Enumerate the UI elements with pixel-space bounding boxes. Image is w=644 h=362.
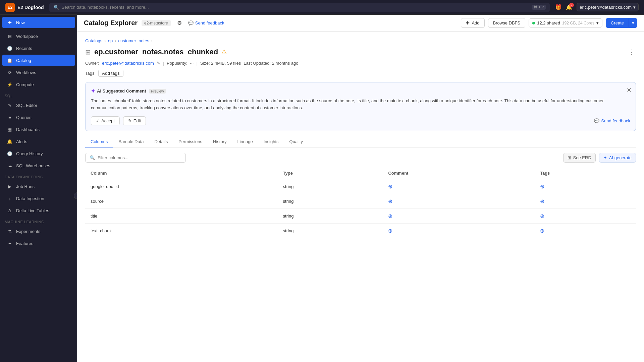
breadcrumb-ep[interactable]: ep (108, 38, 113, 43)
ai-card-close-button[interactable]: ✕ (627, 86, 632, 94)
warning-icon: ⚠ (221, 48, 227, 56)
sidebar-item-workspace[interactable]: ⊟ Workspace (2, 31, 75, 42)
cell-column-name: text_chunk (85, 223, 278, 238)
cell-tags[interactable]: ⊕ (535, 179, 636, 194)
alerts-icon: 🔔 (7, 138, 13, 144)
edit-owner-icon[interactable]: ✎ (157, 61, 160, 66)
new-label: New (16, 20, 25, 25)
data-eng-section-label: Data Engineering (0, 172, 77, 180)
sidebar-item-recents[interactable]: 🕐 Recents (2, 43, 75, 54)
cell-comment[interactable]: ⊕ (383, 194, 534, 208)
cell-comment[interactable]: ⊕ (383, 208, 534, 223)
filter-columns-input[interactable] (98, 155, 181, 160)
accept-button[interactable]: ✓ Accept (91, 116, 120, 125)
sidebar-item-sql-warehouses[interactable]: ☁ SQL Warehouses (2, 160, 75, 171)
global-topbar: E2 E2 Dogfood 🔍 Search data, notebooks, … (0, 0, 644, 15)
add-tag-icon[interactable]: ⊕ (540, 213, 544, 219)
new-icon: ✚ (7, 19, 13, 25)
tab-sample-data[interactable]: Sample Data (113, 136, 149, 147)
add-comment-icon[interactable]: ⊕ (388, 213, 392, 219)
settings-icon[interactable]: ⚙ (175, 18, 184, 28)
page-title: Catalog Explorer (84, 19, 138, 27)
sidebar-item-data-ingestion[interactable]: ↓ Data Ingestion (2, 193, 75, 204)
cell-comment[interactable]: ⊕ (383, 223, 534, 238)
sidebar-item-alerts[interactable]: 🔔 Alerts (2, 136, 75, 147)
cell-comment[interactable]: ⊕ (383, 179, 534, 194)
tab-columns[interactable]: Columns (85, 136, 113, 147)
more-options-icon[interactable]: ⋮ (627, 47, 636, 57)
size-label: Size: 2.4MiB, 59 files (200, 61, 241, 66)
sidebar-item-label: SQL Editor (16, 103, 37, 108)
create-button[interactable]: Create (606, 18, 629, 28)
global-search[interactable]: 🔍 Search data, notebooks, recents, and m… (49, 3, 550, 12)
tab-lineage[interactable]: Lineage (232, 136, 258, 147)
filter-input-area[interactable]: 🔍 (85, 153, 186, 163)
sidebar-item-delta-live-tables[interactable]: Δ Delta Live Tables (2, 205, 75, 216)
add-tag-icon[interactable]: ⊕ (540, 228, 544, 234)
sql-warehouses-icon: ☁ (7, 163, 13, 169)
cluster-chevron: ▾ (596, 20, 599, 25)
data-ingestion-icon: ↓ (7, 195, 13, 201)
create-dropdown-button[interactable]: ▾ (629, 18, 637, 28)
add-comment-icon[interactable]: ⊕ (388, 228, 392, 234)
ai-feedback-link[interactable]: 💬 Send feedback (594, 118, 630, 123)
add-button[interactable]: ✚ Add (461, 18, 484, 28)
add-comment-icon[interactable]: ⊕ (388, 198, 392, 204)
cluster-info[interactable]: 12.2 shared 192 GB, 24 Cores ▾ (529, 18, 602, 27)
ai-generate-button[interactable]: ✦ AI generate (599, 153, 636, 163)
sidebar-item-query-history[interactable]: 🕐 Query History (2, 148, 75, 159)
sidebar-item-experiments[interactable]: ⚗ Experiments (2, 226, 75, 237)
gift-icon[interactable]: 🎁 (555, 4, 562, 10)
app-logo-area[interactable]: E2 E2 Dogfood (5, 3, 44, 12)
cell-tags[interactable]: ⊕ (535, 208, 636, 223)
sidebar-item-label: Workflows (16, 70, 36, 75)
tab-quality[interactable]: Quality (284, 136, 308, 147)
ai-card-actions: ✓ Accept ✎ Edit 💬 Send feedback (91, 116, 630, 125)
sidebar-item-label: SQL Warehouses (16, 163, 50, 168)
new-button[interactable]: ✚ New (2, 17, 75, 28)
breadcrumb-catalogs[interactable]: Catalogs (85, 38, 102, 43)
sidebar-item-features[interactable]: ✦ Features (2, 238, 75, 249)
delta-live-tables-icon: Δ (7, 207, 13, 214)
cell-tags[interactable]: ⊕ (535, 223, 636, 238)
see-erd-button[interactable]: ⊞ See ERD (563, 153, 596, 163)
tab-permissions[interactable]: Permissions (173, 136, 208, 147)
tab-insights[interactable]: Insights (258, 136, 284, 147)
user-menu[interactable]: eric.peter@databricks.com ▾ (577, 3, 639, 11)
catalog-topbar: Catalog Explorer e2-metastore ⚙ 💬 Send f… (77, 15, 644, 32)
sidebar-item-job-runs[interactable]: ▶ Job Runs (2, 181, 75, 192)
browse-dbfs-button[interactable]: Browse DBFS (488, 18, 526, 28)
sidebar-item-compute[interactable]: ⚡ Compute (2, 79, 75, 90)
add-tag-icon[interactable]: ⊕ (540, 198, 544, 204)
sql-section-label: SQL (0, 90, 77, 99)
sql-editor-icon: ✎ (7, 102, 13, 108)
add-tag-icon[interactable]: ⊕ (540, 184, 544, 189)
plus-icon: ✚ (466, 20, 470, 25)
sidebar-item-label: Data Ingestion (16, 196, 44, 201)
sidebar-item-queries[interactable]: ≡ Queries (2, 112, 75, 123)
add-tags-button[interactable]: Add tags (98, 70, 123, 77)
sidebar-item-catalog[interactable]: 📋 Catalog (2, 55, 75, 66)
sidebar-item-sql-editor[interactable]: ✎ SQL Editor (2, 100, 75, 111)
tab-details[interactable]: Details (149, 136, 173, 147)
col-header-column: Column (85, 167, 278, 179)
table-actions: ⊞ See ERD ✦ AI generate (563, 153, 636, 163)
sidebar-item-dashboards[interactable]: ▦ Dashboards (2, 124, 75, 135)
sidebar-item-workflows[interactable]: ⟳ Workflows (2, 67, 75, 78)
add-comment-icon[interactable]: ⊕ (388, 184, 392, 189)
edit-button[interactable]: ✎ Edit (123, 116, 146, 125)
notification-area[interactable]: 🔔 7 (566, 4, 573, 10)
ai-gen-label: AI generate (609, 155, 632, 160)
feedback-link[interactable]: 💬 Send feedback (188, 20, 224, 25)
tabs: Columns Sample Data Details Permissions … (85, 136, 636, 147)
table-icon: ⊞ (85, 48, 91, 56)
breadcrumb-customer-notes[interactable]: customer_notes (118, 38, 149, 43)
feedback-label: Send feedback (601, 118, 630, 123)
sidebar-item-label: Dashboards (16, 127, 40, 132)
owner-email[interactable]: eric.peter@databricks.com (102, 61, 154, 66)
user-email: eric.peter@databricks.com (580, 5, 632, 10)
popularity-label: Popularity: (167, 61, 187, 66)
cluster-status: 12.2 shared (537, 20, 560, 25)
cell-tags[interactable]: ⊕ (535, 194, 636, 208)
tab-history[interactable]: History (208, 136, 232, 147)
